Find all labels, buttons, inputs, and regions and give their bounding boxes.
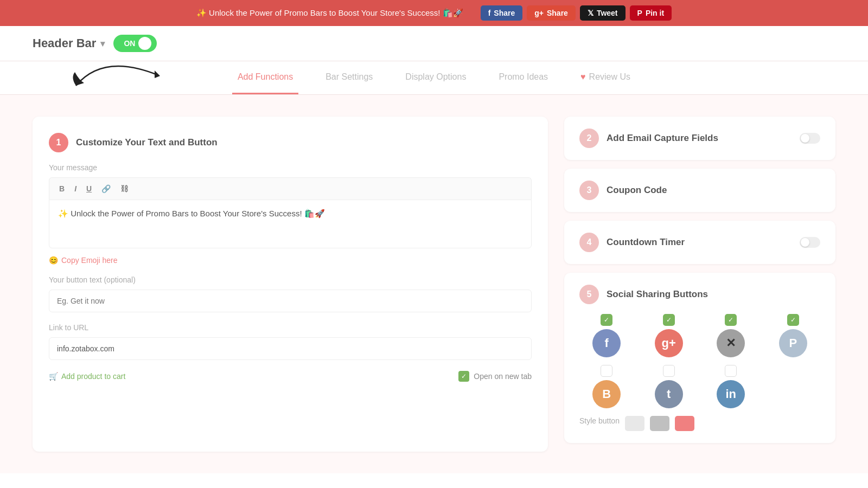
button-text-input[interactable] xyxy=(49,290,532,312)
googleplus-share-button[interactable]: g+ Share xyxy=(527,5,576,21)
underline-button[interactable]: U xyxy=(84,183,94,194)
twitter-share-button[interactable]: 𝕏 Tweet xyxy=(580,5,626,21)
countdown-timer-section: 4 Countdown Timer xyxy=(564,221,835,264)
tumblr-social-icon[interactable]: t xyxy=(655,380,683,408)
coupon-code-header: 3 Coupon Code xyxy=(579,181,820,200)
tab-add-functions[interactable]: Add Functions xyxy=(232,61,298,94)
pin-check-row: ✓ xyxy=(787,314,799,326)
header-area: Header Bar ▾ ON xyxy=(0,26,868,61)
left-panel: 1 Customize Your Text and Button Your me… xyxy=(33,117,548,452)
promo-banner: ✨ Unlock the Power of Promo Bars to Boos… xyxy=(0,0,868,26)
tab-promo-ideas-label: Promo Ideas xyxy=(499,72,548,82)
tab-add-functions-label: Add Functions xyxy=(238,72,293,82)
googleplus-share-label: Share xyxy=(547,9,568,17)
open-new-tab-label: Open on new tab xyxy=(474,372,532,381)
unlink-button[interactable]: ⛓ xyxy=(118,183,130,194)
step4-badge: 4 xyxy=(579,233,599,252)
link-url-section: Link to URL xyxy=(49,323,532,360)
pinterest-social-icon[interactable]: P xyxy=(779,329,807,357)
social-item-googleplus: ✓ g+ xyxy=(642,314,697,357)
blogger-checkbox[interactable] xyxy=(601,365,612,377)
bold-button[interactable]: B xyxy=(57,183,67,194)
tab-display-options-label: Display Options xyxy=(405,72,466,82)
tumblr-checkbox[interactable] xyxy=(663,365,675,377)
coupon-code-title: Coupon Code xyxy=(607,185,667,196)
facebook-share-button[interactable]: f Share xyxy=(481,5,523,21)
coupon-code-section: 3 Coupon Code xyxy=(564,169,835,212)
toggle-wrapper: ON xyxy=(113,35,157,52)
add-product-label: Add product to cart xyxy=(61,372,125,381)
email-capture-toggle[interactable] xyxy=(800,133,820,144)
pinterest-share-label: Pin it xyxy=(646,9,664,17)
add-product-link[interactable]: 🛒 Add product to cart xyxy=(49,372,125,381)
email-capture-title: Add Email Capture Fields xyxy=(607,133,718,144)
link-button[interactable]: 🔗 xyxy=(99,183,113,194)
twitter-icon: 𝕏 xyxy=(588,9,593,17)
linkedin-checkbox[interactable] xyxy=(725,365,737,377)
promo-text: ✨ Unlock the Power of Promo Bars to Boos… xyxy=(196,8,463,18)
emoji-icon: 😊 xyxy=(49,256,58,265)
gp-checkbox[interactable]: ✓ xyxy=(663,314,675,326)
message-content: ✨ Unlock the Power of Promo Bars to Boos… xyxy=(58,209,325,218)
social-sharing-title: Social Sharing Buttons xyxy=(607,289,708,300)
open-new-tab-row: ✓ Open on new tab xyxy=(458,371,532,382)
emoji-copy-link[interactable]: 😊 Copy Emoji here xyxy=(49,256,532,265)
toggle-label: ON xyxy=(124,39,135,48)
power-toggle[interactable]: ON xyxy=(113,35,157,52)
social-item-tumblr: t xyxy=(642,365,697,408)
tab-review-us[interactable]: ♥ Review Us xyxy=(575,61,636,94)
tumblr-check-row xyxy=(663,365,675,377)
tab-bar-settings[interactable]: Bar Settings xyxy=(320,61,378,94)
open-new-tab-checkbox[interactable]: ✓ xyxy=(458,371,469,382)
step2-badge: 2 xyxy=(579,129,599,148)
social-item-pinterest: ✓ P xyxy=(766,314,821,357)
message-label: Your message xyxy=(49,163,532,172)
pinterest-share-button[interactable]: P Pin it xyxy=(630,5,672,21)
style-swatch-1[interactable] xyxy=(625,416,644,431)
blogger-social-icon[interactable]: B xyxy=(592,380,621,408)
bottom-row: 🛒 Add product to cart ✓ Open on new tab xyxy=(49,371,532,382)
shopify-icon: 🛒 xyxy=(49,372,58,381)
text-toolbar: B I U 🔗 ⛓ xyxy=(49,177,532,200)
right-panel: 2 Add Email Capture Fields 3 Coupon Code… xyxy=(564,117,835,452)
italic-button[interactable]: I xyxy=(72,183,79,194)
step1-badge: 1 xyxy=(49,133,68,152)
title-text: Header Bar xyxy=(33,36,96,50)
style-swatch-3[interactable] xyxy=(675,416,694,431)
step1-title: Customize Your Text and Button xyxy=(76,137,218,148)
social-sharing-section: 5 Social Sharing Buttons ✓ f ✓ g+ xyxy=(564,273,835,443)
social-sharing-header: 5 Social Sharing Buttons xyxy=(579,285,820,304)
facebook-share-label: Share xyxy=(494,9,515,17)
tab-display-options[interactable]: Display Options xyxy=(400,61,471,94)
button-text-label: Your button text (optional) xyxy=(49,275,532,284)
social-item-facebook: ✓ f xyxy=(579,314,634,357)
twitter-social-icon[interactable]: ✕ xyxy=(717,329,745,357)
link-url-label: Link to URL xyxy=(49,323,532,332)
linkedin-social-icon[interactable]: in xyxy=(717,380,745,408)
countdown-timer-toggle[interactable] xyxy=(800,237,820,248)
nav-tabs: Add Functions Bar Settings Display Optio… xyxy=(0,61,868,95)
googleplus-social-icon[interactable]: g+ xyxy=(655,329,683,357)
tw-checkbox[interactable]: ✓ xyxy=(725,314,737,326)
fb-checkbox[interactable]: ✓ xyxy=(601,314,612,326)
countdown-timer-header: 4 Countdown Timer xyxy=(579,233,820,252)
email-capture-header: 2 Add Email Capture Fields xyxy=(579,129,820,148)
step1-number: 1 xyxy=(56,138,61,147)
message-editor[interactable]: ✨ Unlock the Power of Promo Bars to Boos… xyxy=(49,200,532,248)
fb-check-row: ✓ xyxy=(601,314,612,326)
pinterest-icon: P xyxy=(637,9,642,17)
message-field-section: Your message B I U 🔗 ⛓ ✨ Unlock the Powe… xyxy=(49,163,532,248)
tab-promo-ideas[interactable]: Promo Ideas xyxy=(493,61,553,94)
pin-checkbox[interactable]: ✓ xyxy=(787,314,799,326)
facebook-social-icon[interactable]: f xyxy=(592,329,621,357)
link-url-input[interactable] xyxy=(49,337,532,360)
chevron-down-icon[interactable]: ▾ xyxy=(100,38,105,49)
tab-bar-settings-label: Bar Settings xyxy=(326,72,373,82)
heart-icon: ♥ xyxy=(580,72,586,82)
countdown-timer-title: Countdown Timer xyxy=(607,237,685,248)
twitter-share-label: Tweet xyxy=(597,9,618,17)
style-swatch-2[interactable] xyxy=(650,416,669,431)
social-icons-grid: ✓ f ✓ g+ ✓ ✕ xyxy=(579,314,820,408)
style-button-label: Style button xyxy=(579,416,620,425)
social-share-buttons: f Share g+ Share 𝕏 Tweet P Pin it xyxy=(481,5,672,21)
